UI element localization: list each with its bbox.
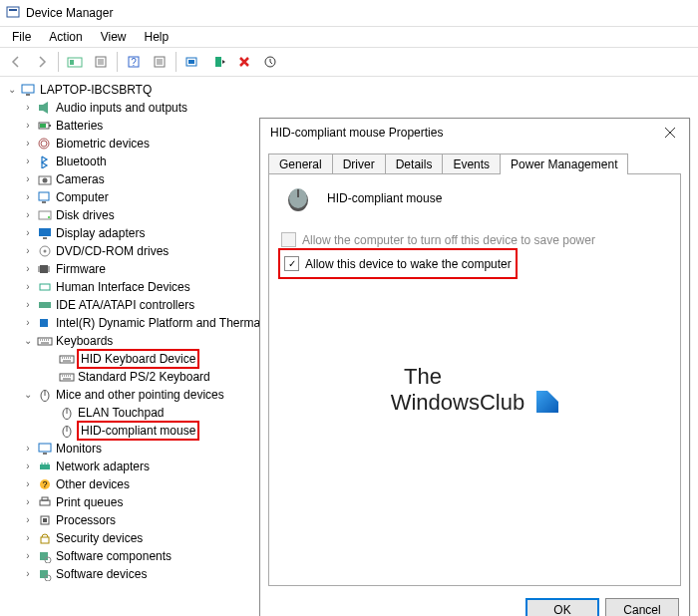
svg-rect-3	[70, 60, 74, 65]
menu-view[interactable]: View	[93, 28, 135, 46]
tree-label: Human Interface Devices	[56, 278, 190, 296]
toolbar-show-hidden-icon[interactable]	[63, 50, 87, 74]
svg-rect-53	[40, 552, 48, 560]
svg-rect-1	[9, 9, 17, 11]
chevron-right-icon[interactable]: ›	[22, 281, 34, 293]
mouse-icon	[36, 387, 54, 403]
dialog-buttons: OK Cancel	[260, 594, 689, 616]
tree-label: Other devices	[56, 475, 130, 493]
toolbar-help-icon[interactable]: ?	[122, 50, 146, 74]
option-allow-turnoff-label: Allow the computer to turn off this devi…	[302, 233, 595, 247]
chevron-right-icon[interactable]: ›	[22, 461, 34, 472]
chevron-right-icon[interactable]: ›	[22, 227, 34, 239]
toolbar-list-icon[interactable]	[148, 50, 172, 74]
tab-details[interactable]: Details	[385, 154, 444, 174]
svg-point-29	[44, 250, 47, 253]
chevron-right-icon[interactable]: ›	[22, 317, 34, 329]
chevron-right-icon[interactable]: ›	[22, 496, 34, 508]
tab-events[interactable]: Events	[442, 154, 501, 174]
chevron-right-icon[interactable]: ›	[22, 120, 34, 132]
ide-icon	[36, 297, 54, 313]
watermark-line1: The	[269, 364, 680, 390]
tree-label: ELAN Touchpad	[78, 404, 165, 422]
camera-icon	[36, 171, 54, 187]
toolbar-update-driver-icon[interactable]	[258, 50, 282, 74]
menu-file[interactable]: File	[4, 28, 39, 46]
mouse-large-icon	[281, 184, 315, 212]
disk-icon	[36, 207, 54, 223]
chevron-right-icon[interactable]: ›	[22, 245, 34, 257]
chevron-down-icon[interactable]: ⌄	[6, 84, 18, 96]
chevron-right-icon[interactable]: ›	[22, 568, 34, 580]
chevron-down-icon[interactable]: ⌄	[22, 389, 34, 401]
tab-general[interactable]: General	[268, 154, 333, 174]
cancel-button[interactable]: Cancel	[605, 598, 679, 616]
chevron-right-icon[interactable]: ›	[22, 478, 34, 490]
toolbar-uninstall-icon[interactable]	[232, 50, 256, 74]
cpu-icon	[36, 512, 54, 528]
toolbar-back-icon[interactable]	[4, 50, 28, 74]
computer-icon	[36, 189, 54, 205]
svg-rect-35	[60, 356, 74, 363]
chevron-right-icon[interactable]: ›	[22, 173, 34, 185]
dialog-titlebar[interactable]: HID-compliant mouse Properties	[260, 119, 689, 147]
keyboard-icon	[36, 333, 54, 349]
chevron-right-icon[interactable]: ›	[22, 263, 34, 275]
svg-rect-16	[49, 125, 51, 127]
checkbox-allow-wake[interactable]: ✓	[284, 256, 299, 271]
monitor-icon	[36, 441, 54, 457]
svg-rect-33	[40, 319, 48, 327]
svg-rect-55	[40, 570, 48, 578]
ok-button[interactable]: OK	[525, 598, 599, 616]
chevron-right-icon[interactable]: ›	[22, 155, 34, 167]
dialog-device-name: HID-compliant mouse	[327, 191, 442, 205]
chevron-right-icon[interactable]: ›	[22, 550, 34, 562]
close-icon[interactable]	[657, 122, 683, 144]
svg-rect-26	[39, 228, 51, 236]
menu-action[interactable]: Action	[41, 28, 90, 46]
svg-rect-10	[215, 57, 221, 67]
svg-rect-22	[39, 192, 49, 200]
tree-label: Monitors	[56, 440, 102, 458]
tree-label: Network adapters	[56, 458, 150, 475]
chevron-right-icon[interactable]: ›	[22, 443, 34, 455]
tree-node[interactable]: ›Audio inputs and outputs	[4, 99, 698, 117]
dialog-title: HID-compliant mouse Properties	[270, 126, 443, 140]
svg-rect-12	[22, 85, 34, 93]
toolbar-forward-icon[interactable]	[30, 50, 54, 74]
svg-rect-32	[39, 302, 51, 308]
tree-root[interactable]: ⌄ LAPTOP-IBCSBRTQ	[4, 81, 698, 99]
tree-label: Software components	[56, 547, 172, 565]
tab-driver[interactable]: Driver	[332, 154, 386, 174]
toolbar-scan-icon[interactable]	[180, 50, 204, 74]
tree-label: HID-compliant mouse	[78, 422, 198, 440]
chevron-right-icon[interactable]: ›	[22, 102, 34, 114]
toolbar-add-driver-icon[interactable]	[206, 50, 230, 74]
svg-rect-52	[41, 537, 49, 543]
chevron-right-icon[interactable]: ›	[22, 514, 34, 526]
option-allow-wake[interactable]: ✓ Allow this device to wake the computer	[284, 256, 512, 271]
svg-rect-13	[26, 94, 30, 96]
chevron-right-icon[interactable]: ›	[22, 209, 34, 221]
display-icon	[36, 225, 54, 241]
menu-help[interactable]: Help	[137, 28, 177, 46]
svg-rect-0	[7, 7, 19, 17]
other-icon: ?	[36, 476, 54, 492]
svg-rect-43	[39, 444, 51, 452]
intel-icon	[36, 315, 54, 331]
chevron-right-icon[interactable]: ›	[22, 532, 34, 544]
chevron-down-icon[interactable]: ⌄	[22, 335, 34, 347]
toolbar-properties-icon[interactable]	[89, 50, 113, 74]
tree-label: HID Keyboard Device	[78, 350, 198, 368]
svg-rect-17	[40, 124, 46, 128]
speaker-icon	[36, 100, 54, 116]
chevron-right-icon[interactable]: ›	[22, 191, 34, 203]
title-bar: Device Manager	[0, 0, 698, 27]
lock-icon	[36, 530, 54, 546]
keyboard-icon	[58, 369, 76, 385]
svg-point-19	[41, 141, 47, 147]
chevron-right-icon[interactable]: ›	[22, 299, 34, 311]
window-app-icon	[4, 5, 22, 21]
chevron-right-icon[interactable]: ›	[22, 138, 34, 150]
tab-power-management[interactable]: Power Management	[500, 154, 628, 174]
